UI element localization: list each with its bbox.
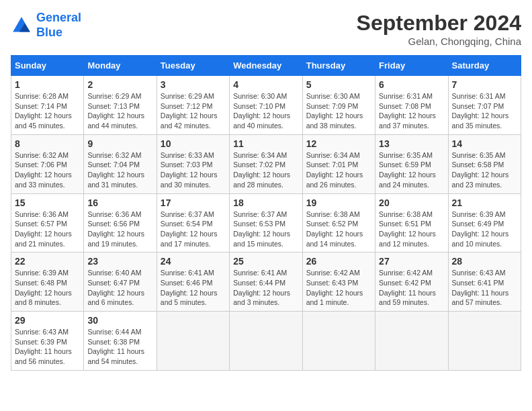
day-cell-24: 24 Sunrise: 6:41 AMSunset: 6:46 PMDaylig… bbox=[157, 253, 229, 312]
title-block: September 2024 Gelan, Chongqing, China bbox=[357, 11, 521, 47]
day-cell-26: 26 Sunrise: 6:42 AMSunset: 6:43 PMDaylig… bbox=[302, 253, 375, 312]
day-cell-4: 4 Sunrise: 6:30 AMSunset: 7:10 PMDayligh… bbox=[230, 76, 302, 135]
day-cell-9: 9 Sunrise: 6:32 AMSunset: 7:04 PMDayligh… bbox=[84, 134, 157, 193]
col-thursday: Thursday bbox=[302, 56, 375, 76]
day-cell-23: 23 Sunrise: 6:40 AMSunset: 6:47 PMDaylig… bbox=[84, 253, 157, 312]
col-tuesday: Tuesday bbox=[157, 56, 229, 76]
day-cell-21: 21 Sunrise: 6:39 AMSunset: 6:49 PMDaylig… bbox=[448, 193, 521, 253]
calendar-header-row: Sunday Monday Tuesday Wednesday Thursday… bbox=[11, 56, 521, 76]
page-header: General Blue September 2024 Gelan, Chong… bbox=[11, 11, 521, 47]
logo-text: General Blue bbox=[36, 11, 81, 40]
day-cell-27: 27 Sunrise: 6:42 AMSunset: 6:42 PMDaylig… bbox=[375, 253, 448, 312]
empty-cell-1 bbox=[157, 312, 229, 371]
day-cell-25: 25 Sunrise: 6:41 AMSunset: 6:44 PMDaylig… bbox=[230, 253, 302, 312]
month-year: September 2024 bbox=[357, 11, 521, 36]
week-row-2: 8 Sunrise: 6:32 AMSunset: 7:06 PMDayligh… bbox=[11, 134, 521, 193]
week-row-4: 22 Sunrise: 6:39 AMSunset: 6:48 PMDaylig… bbox=[11, 253, 521, 312]
calendar-table: Sunday Monday Tuesday Wednesday Thursday… bbox=[11, 55, 521, 371]
day-cell-6: 6 Sunrise: 6:31 AMSunset: 7:08 PMDayligh… bbox=[375, 76, 448, 135]
col-monday: Monday bbox=[84, 56, 157, 76]
day-cell-29: 29 Sunrise: 6:43 AMSunset: 6:39 PMDaylig… bbox=[11, 312, 84, 371]
day-cell-14: 14 Sunrise: 6:35 AMSunset: 6:58 PMDaylig… bbox=[448, 134, 521, 193]
col-saturday: Saturday bbox=[448, 56, 521, 76]
week-row-3: 15 Sunrise: 6:36 AMSunset: 6:57 PMDaylig… bbox=[11, 193, 521, 253]
day-cell-13: 13 Sunrise: 6:35 AMSunset: 6:59 PMDaylig… bbox=[375, 134, 448, 193]
empty-cell-4 bbox=[375, 312, 448, 371]
day-cell-17: 17 Sunrise: 6:37 AMSunset: 6:54 PMDaylig… bbox=[157, 193, 229, 253]
day-cell-22: 22 Sunrise: 6:39 AMSunset: 6:48 PMDaylig… bbox=[11, 253, 84, 312]
week-row-5: 29 Sunrise: 6:43 AMSunset: 6:39 PMDaylig… bbox=[11, 312, 521, 371]
empty-cell-3 bbox=[302, 312, 375, 371]
location: Gelan, Chongqing, China bbox=[357, 36, 521, 47]
day-cell-19: 19 Sunrise: 6:38 AMSunset: 6:52 PMDaylig… bbox=[302, 193, 375, 253]
logo-icon bbox=[11, 15, 32, 36]
day-cell-8: 8 Sunrise: 6:32 AMSunset: 7:06 PMDayligh… bbox=[11, 134, 84, 193]
day-cell-7: 7 Sunrise: 6:31 AMSunset: 7:07 PMDayligh… bbox=[448, 76, 521, 135]
day-cell-16: 16 Sunrise: 6:36 AMSunset: 6:56 PMDaylig… bbox=[84, 193, 157, 253]
day-cell-3: 3 Sunrise: 6:29 AMSunset: 7:12 PMDayligh… bbox=[157, 76, 229, 135]
day-cell-28: 28 Sunrise: 6:43 AMSunset: 6:41 PMDaylig… bbox=[448, 253, 521, 312]
col-sunday: Sunday bbox=[11, 56, 84, 76]
day-cell-12: 12 Sunrise: 6:34 AMSunset: 7:01 PMDaylig… bbox=[302, 134, 375, 193]
day-cell-10: 10 Sunrise: 6:33 AMSunset: 7:03 PMDaylig… bbox=[157, 134, 229, 193]
day-cell-18: 18 Sunrise: 6:37 AMSunset: 6:53 PMDaylig… bbox=[230, 193, 302, 253]
day-cell-5: 5 Sunrise: 6:30 AMSunset: 7:09 PMDayligh… bbox=[302, 76, 375, 135]
col-wednesday: Wednesday bbox=[230, 56, 302, 76]
day-cell-1: 1 Sunrise: 6:28 AMSunset: 7:14 PMDayligh… bbox=[11, 76, 84, 135]
day-cell-20: 20 Sunrise: 6:38 AMSunset: 6:51 PMDaylig… bbox=[375, 193, 448, 253]
empty-cell-2 bbox=[230, 312, 302, 371]
week-row-1: 1 Sunrise: 6:28 AMSunset: 7:14 PMDayligh… bbox=[11, 76, 521, 135]
day-cell-11: 11 Sunrise: 6:34 AMSunset: 7:02 PMDaylig… bbox=[230, 134, 302, 193]
col-friday: Friday bbox=[375, 56, 448, 76]
day-cell-15: 15 Sunrise: 6:36 AMSunset: 6:57 PMDaylig… bbox=[11, 193, 84, 253]
logo: General Blue bbox=[11, 11, 81, 40]
day-cell-30: 30 Sunrise: 6:44 AMSunset: 6:38 PMDaylig… bbox=[84, 312, 157, 371]
day-cell-2: 2 Sunrise: 6:29 AMSunset: 7:13 PMDayligh… bbox=[84, 76, 157, 135]
empty-cell-5 bbox=[448, 312, 521, 371]
